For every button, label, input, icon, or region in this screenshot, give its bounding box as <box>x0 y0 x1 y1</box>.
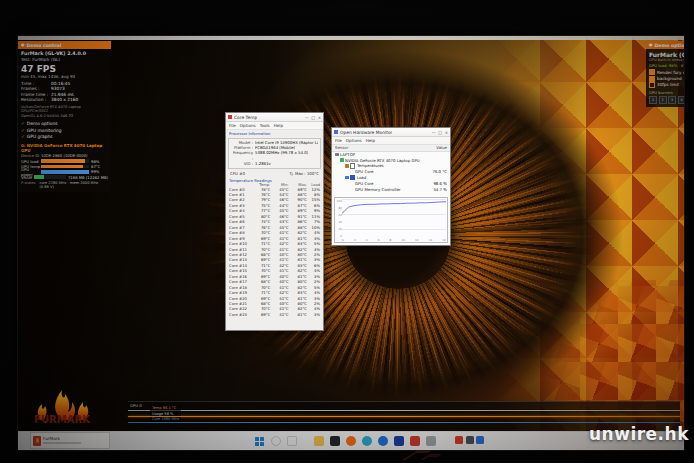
taskbar-app-button[interactable] <box>328 435 341 448</box>
minimize-icon[interactable]: — <box>432 130 436 135</box>
options-checkbox[interactable]: 30fps limit <box>646 82 684 88</box>
taskbar-app-button[interactable] <box>424 435 437 448</box>
stat-bar-fill <box>41 159 85 163</box>
furmark-logo: FURMARK <box>28 382 96 432</box>
sensor-tree-row[interactable]: GPU Memory Controller 54.7 % <box>332 186 450 192</box>
stat-bar-value: 87°C <box>91 164 100 169</box>
laptop-screen: ● Demo control FurMark (GL-VK) 2.4.0.0 T… <box>18 36 684 450</box>
field-value: 5388.02MHz (99.78 x 54.0) <box>255 150 308 160</box>
info-label: Resolution <box>21 97 51 103</box>
options-panel-header[interactable]: ● Demo options <box>646 41 684 49</box>
menu-item[interactable]: Tools <box>260 123 270 128</box>
checkbox-icon <box>649 82 655 88</box>
taskbar-app-button[interactable] <box>376 435 389 448</box>
processor-field: VID 1.2861v <box>231 161 318 166</box>
system-tray <box>455 436 484 444</box>
hwmonitor-window: Open Hardware Monitor — □ × FileOptionsH… <box>331 127 451 246</box>
x-tick-label: 4 <box>366 238 368 242</box>
furmark-popup-card[interactable]: FurMark <box>30 432 110 449</box>
stat-bar-value: 98% <box>91 159 99 164</box>
checkbox-label: background <box>657 76 682 81</box>
menu-item[interactable]: File <box>335 138 342 143</box>
search-button[interactable] <box>269 435 282 448</box>
stat-bar-track <box>41 159 89 163</box>
core-load: 3% <box>307 312 320 317</box>
tray-icon[interactable] <box>455 436 463 444</box>
burner-button[interactable]: 4 <box>678 96 685 104</box>
gpu-burner-buttons: 1 2 3 4 5 <box>646 96 684 107</box>
menu-item[interactable]: Help <box>274 123 283 128</box>
furmark-logo-text: FURMARK <box>34 414 91 425</box>
gpu-load-series-line <box>342 202 446 214</box>
gear-icon: ● <box>21 43 25 47</box>
sensor-value: 98.6 % <box>433 181 447 186</box>
legend-chip: Core 1980 MHz <box>150 417 181 422</box>
sensor-icon <box>340 158 344 162</box>
app-icon <box>394 436 404 446</box>
x-tick-label: 12 <box>415 238 419 242</box>
tray-icon[interactable] <box>476 436 484 444</box>
legend-chip: Usage 98 % <box>150 412 181 417</box>
cpu-label: CPU #0 <box>230 171 245 176</box>
maximize-icon[interactable]: □ <box>311 115 315 120</box>
stat-bar-track <box>34 175 66 179</box>
sensor-value: 54.7 % <box>433 187 447 192</box>
plot-area <box>342 199 446 237</box>
app-icon <box>346 436 356 446</box>
menu-item[interactable]: Options <box>346 138 362 143</box>
processor-info-group: Model Intel Core i9 14900HX (Raptor Lake… <box>228 138 321 169</box>
osd-toggle[interactable]: ✓ GPU graphs <box>21 134 108 140</box>
taskbar-app-button[interactable] <box>392 435 405 448</box>
close-icon[interactable]: × <box>318 115 321 120</box>
popup-subtitle-placeholder <box>43 442 81 444</box>
taskbar-app-button[interactable] <box>344 435 357 448</box>
y-tick-label: 0 <box>335 234 342 238</box>
options-checkbox[interactable]: Render fury donut <box>646 69 684 75</box>
x-tick-label: 6 <box>378 238 380 242</box>
gpu-stat-bar-row: VRAM 7166 MB (12282 MB) <box>21 174 108 179</box>
minimize-icon[interactable]: — <box>305 115 309 120</box>
menu-item[interactable]: Help <box>366 138 375 143</box>
core-temp: 69°C <box>252 312 270 317</box>
app-icon <box>362 436 372 446</box>
options-checkbox[interactable]: background <box>646 75 684 81</box>
plot-checkbox[interactable] <box>350 175 355 180</box>
menu-item[interactable]: File <box>229 123 236 128</box>
burner-button[interactable]: 3 <box>668 96 676 104</box>
plot-checkbox[interactable] <box>350 163 355 168</box>
sensor-label: Temperatures <box>357 163 450 168</box>
x-tick-label: 16 <box>442 238 446 242</box>
furmark-osd-header[interactable]: ● Demo control <box>18 41 111 49</box>
field-label: Frequency <box>231 150 253 160</box>
tray-icon[interactable] <box>466 436 474 444</box>
processor-field: Frequency 5388.02MHz (99.78 x 54.0) <box>231 150 318 160</box>
y-tick-label: 40 <box>335 220 342 224</box>
core-readings-table: Core #0 78°C 45°C 89°C 12% Core #1 76°C … <box>226 187 323 318</box>
burner-button[interactable]: 2 <box>659 96 667 104</box>
cpu-selector-row[interactable]: CPU #0 Tj. Max : 100°C <box>226 170 323 177</box>
temp-graph-line <box>128 416 680 417</box>
task-view-button[interactable] <box>285 435 298 448</box>
maximize-icon[interactable]: □ <box>438 130 442 135</box>
y-tick-label: 80 <box>335 206 342 210</box>
taskbar-app-button[interactable] <box>360 435 373 448</box>
close-icon[interactable]: × <box>445 130 448 135</box>
strip-legend: Temp 86.1 °C Usage 98 % Core 1980 MHz <box>150 406 181 422</box>
start-button[interactable] <box>253 435 266 448</box>
x-tick-label: 8 <box>390 238 392 242</box>
info-value: 3840 x 2160 <box>51 97 78 103</box>
furmark-flame-icon <box>33 436 41 446</box>
benchmark-info-rows: Time 00:16:45 Frames 93073 Frame time 21… <box>21 81 108 103</box>
plot-y-axis: 100806040200 <box>335 198 342 242</box>
menu-item[interactable]: Options <box>240 123 256 128</box>
hwmonitor-titlebar[interactable]: Open Hardware Monitor — □ × <box>332 128 450 137</box>
strip-gpu-label: GPU 0 <box>130 403 142 408</box>
y-tick-label: 100 <box>335 199 342 203</box>
burner-button[interactable]: 1 <box>649 96 657 104</box>
coretemp-titlebar[interactable]: Core Temp — □ × <box>226 113 323 122</box>
gpu-name-header: 0: NVIDIA GeForce RTX 4070 Laptop GPU <box>21 143 108 153</box>
taskbar-app-button[interactable] <box>408 435 421 448</box>
device-id-value: 10DE-2860 (10DE-0000) <box>41 153 88 158</box>
furmark-window-titlebar[interactable] <box>18 36 684 40</box>
taskbar-app-button[interactable] <box>312 435 325 448</box>
